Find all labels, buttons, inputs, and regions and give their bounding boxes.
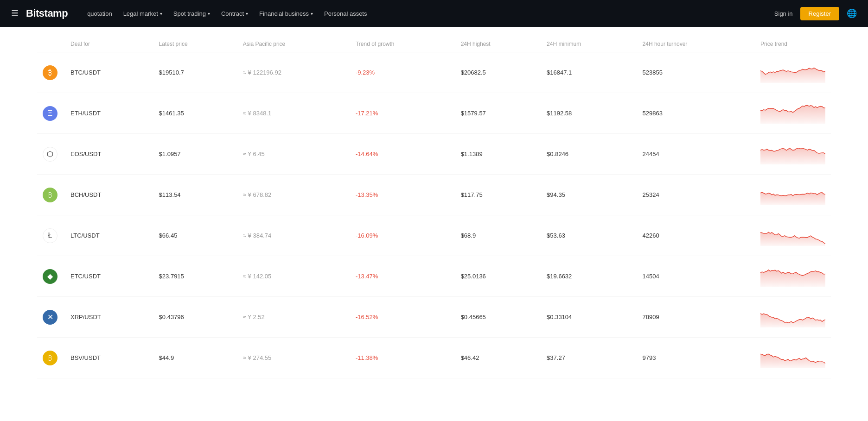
chevron-down-icon: ▾ — [208, 11, 210, 16]
market-table-container: Deal for Latest price Asia Pacific price… — [0, 27, 868, 388]
turnover-cell: 24454 — [637, 134, 755, 175]
latest-price-cell: $113.54 — [153, 175, 237, 215]
coin-symbol: ETH/USDT — [70, 110, 101, 117]
high-24h-cell: $25.0136 — [455, 256, 541, 297]
coin-symbol: EOS/USDT — [70, 151, 101, 157]
coin-symbol: ETC/USDT — [70, 273, 101, 280]
table-row[interactable]: ⬡ EOS/USDT $1.0957 ≈ ¥ 6.45 -14.64% $1.1… — [37, 134, 831, 175]
asia-pacific-price: ≈ ¥ 384.74 — [243, 232, 271, 239]
price-trend-cell — [755, 52, 831, 93]
high-24h-cell: $1.1389 — [455, 134, 541, 175]
asia-pacific-price-cell: ≈ ¥ 6.45 — [237, 134, 350, 175]
price-trend-chart — [760, 305, 825, 327]
table-row[interactable]: ◆ ETC/USDT $23.7915 ≈ ¥ 142.05 -13.47% $… — [37, 256, 831, 297]
high-24h: $1579.57 — [461, 110, 486, 117]
asia-pacific-price: ≈ ¥ 6.45 — [243, 151, 265, 157]
trend-cell: -14.64% — [350, 134, 455, 175]
nav-financial-business[interactable]: Financial business ▾ — [255, 7, 318, 20]
signin-button[interactable]: Sign in — [774, 10, 793, 17]
trend-value: -16.52% — [356, 314, 378, 320]
chevron-down-icon: ▾ — [160, 11, 162, 16]
asia-pacific-price: ≈ ¥ 122196.92 — [243, 69, 281, 76]
low-24h: $1192.58 — [547, 110, 572, 117]
price-trend-chart — [760, 142, 825, 164]
nav-legal-market[interactable]: Legal market ▾ — [119, 7, 167, 20]
high-24h-cell: $1579.57 — [455, 93, 541, 134]
col-trend-of-growth: Trend of growth — [350, 36, 455, 52]
col-latest-price: Latest price — [153, 36, 237, 52]
register-button[interactable]: Register — [800, 7, 839, 20]
turnover-cell: 78909 — [637, 297, 755, 338]
table-row[interactable]: ₿ BCH/USDT $113.54 ≈ ¥ 678.82 -13.35% $1… — [37, 175, 831, 215]
latest-price-cell: $0.43796 — [153, 297, 237, 338]
price-trend-chart — [760, 183, 825, 205]
high-24h-cell: $117.75 — [455, 175, 541, 215]
coin-icon-cell: ₿ — [37, 175, 65, 215]
latest-price: $19510.7 — [159, 69, 184, 76]
high-24h: $46.42 — [461, 354, 479, 361]
trend-value: -11.38% — [356, 354, 378, 361]
low-24h-cell: $94.35 — [541, 175, 637, 215]
nav-personal-assets[interactable]: Personal assets — [319, 7, 372, 20]
nav-spot-trading[interactable]: Spot trading ▾ — [169, 7, 215, 20]
turnover: 24454 — [643, 151, 659, 157]
latest-price: $1.0957 — [159, 151, 181, 157]
trend-value: -14.64% — [356, 151, 378, 157]
price-trend-chart — [760, 264, 825, 287]
coin-icon: ✕ — [43, 310, 57, 325]
turnover: 25324 — [643, 191, 659, 198]
chevron-down-icon: ▾ — [246, 11, 248, 16]
price-trend-cell — [755, 175, 831, 215]
asia-pacific-price: ≈ ¥ 274.55 — [243, 354, 271, 361]
asia-pacific-price-cell: ≈ ¥ 384.74 — [237, 215, 350, 256]
turnover: 523855 — [643, 69, 663, 76]
coin-icon-cell: Ξ — [37, 93, 65, 134]
globe-icon[interactable]: 🌐 — [847, 8, 857, 19]
trend-cell: -11.38% — [350, 338, 455, 378]
nav-contract[interactable]: Contract ▾ — [217, 7, 253, 20]
coin-symbol-cell: ETC/USDT — [65, 256, 153, 297]
turnover: 78909 — [643, 314, 659, 320]
trend-cell: -9.23% — [350, 52, 455, 93]
hamburger-icon[interactable]: ☰ — [11, 8, 19, 19]
high-24h: $20682.5 — [461, 69, 486, 76]
trend-value: -16.09% — [356, 232, 378, 239]
low-24h-cell: $1192.58 — [541, 93, 637, 134]
high-24h: $117.75 — [461, 191, 483, 198]
turnover-cell: 25324 — [637, 175, 755, 215]
asia-pacific-price: ≈ ¥ 2.52 — [243, 314, 265, 320]
nav-right: Sign in Register 🌐 — [774, 7, 857, 20]
table-row[interactable]: ₿ BSV/USDT $44.9 ≈ ¥ 274.55 -11.38% $46.… — [37, 338, 831, 378]
table-row[interactable]: Ł LTC/USDT $66.45 ≈ ¥ 384.74 -16.09% $68… — [37, 215, 831, 256]
high-24h: $68.9 — [461, 232, 476, 239]
table-row[interactable]: ₿ BTC/USDT $19510.7 ≈ ¥ 122196.92 -9.23%… — [37, 52, 831, 93]
asia-pacific-price: ≈ ¥ 678.82 — [243, 191, 271, 198]
table-row[interactable]: Ξ ETH/USDT $1461.35 ≈ ¥ 8348.1 -17.21% $… — [37, 93, 831, 134]
coin-icon: Ξ — [43, 106, 57, 121]
coin-symbol-cell: BSV/USDT — [65, 338, 153, 378]
nav-quotation[interactable]: quotation — [83, 7, 117, 20]
coin-symbol: LTC/USDT — [70, 232, 100, 239]
col-24h-highest: 24H highest — [455, 36, 541, 52]
coin-icon-cell: ⬡ — [37, 134, 65, 175]
turnover-cell: 14504 — [637, 256, 755, 297]
trend-cell: -16.09% — [350, 215, 455, 256]
col-deal-for: Deal for — [65, 36, 153, 52]
asia-pacific-price: ≈ ¥ 142.05 — [243, 273, 271, 280]
low-24h-cell: $0.8246 — [541, 134, 637, 175]
coin-icon: ₿ — [43, 65, 57, 80]
low-24h: $53.63 — [547, 232, 565, 239]
asia-pacific-price-cell: ≈ ¥ 2.52 — [237, 297, 350, 338]
table-row[interactable]: ✕ XRP/USDT $0.43796 ≈ ¥ 2.52 -16.52% $0.… — [37, 297, 831, 338]
trend-value: -13.35% — [356, 191, 378, 198]
col-asia-pacific-price: Asia Pacific price — [237, 36, 350, 52]
trend-cell: -13.35% — [350, 175, 455, 215]
low-24h-cell: $0.33104 — [541, 297, 637, 338]
latest-price-cell: $19510.7 — [153, 52, 237, 93]
low-24h-cell: $19.6632 — [541, 256, 637, 297]
low-24h: $94.35 — [547, 191, 565, 198]
col-24h-minimum: 24H minimum — [541, 36, 637, 52]
high-24h: $25.0136 — [461, 273, 486, 280]
trend-value: -13.47% — [356, 273, 378, 280]
nav-links: quotation Legal market ▾ Spot trading ▾ … — [83, 7, 771, 20]
